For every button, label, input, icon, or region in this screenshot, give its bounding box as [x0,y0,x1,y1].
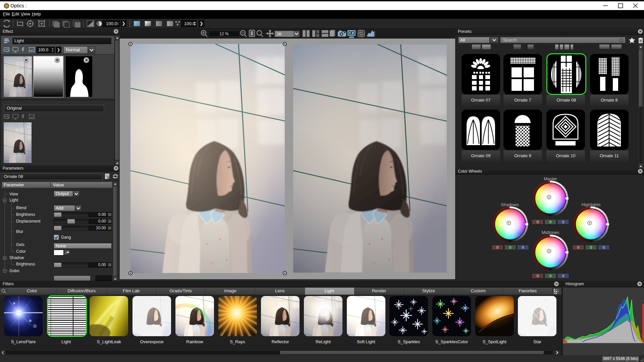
svg-text:2K: 2K [277,32,282,37]
svg-text:12 %: 12 % [219,32,229,36]
